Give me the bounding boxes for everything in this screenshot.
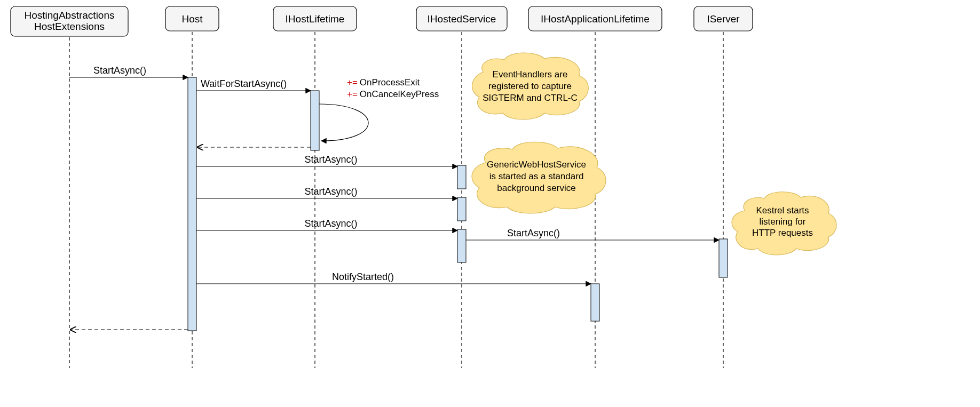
activation-iserver xyxy=(719,239,728,277)
message-label: NotifyStarted() xyxy=(332,272,394,282)
activation-ihostapplicationlifetime xyxy=(591,284,599,321)
svg-text:background service: background service xyxy=(497,183,575,193)
event-prefix: +=OnCancelKeyPress xyxy=(347,89,439,99)
participant-label: IServer xyxy=(707,13,740,25)
participant-label: Host xyxy=(181,13,203,25)
svg-text:HTTP requests: HTTP requests xyxy=(752,228,813,238)
note-genericwebhost: GenericWebHostService is started as a st… xyxy=(472,142,606,213)
activation-ihostlifetime xyxy=(311,91,319,150)
participant-label: IHostedService xyxy=(428,13,496,25)
note-kestrel: Kestrel starts listening for HTTP reques… xyxy=(732,192,836,255)
participant-label: IHostApplicationLifetime xyxy=(541,13,650,25)
activation-ihostedservice-2 xyxy=(457,197,466,221)
note-eventhandlers: EventHandlers are registered to capture … xyxy=(472,53,588,119)
svg-text:listening for: listening for xyxy=(760,217,806,227)
svg-text:Kestrel starts: Kestrel starts xyxy=(756,205,809,216)
message-label: StartAsync() xyxy=(304,186,357,197)
activation-ihostedservice-3 xyxy=(457,229,466,262)
svg-text:SIGTERM and CTRL-C: SIGTERM and CTRL-C xyxy=(483,93,578,103)
message-label: StartAsync() xyxy=(304,218,357,229)
message-label: StartAsync() xyxy=(93,65,146,76)
svg-text:GenericWebHostService: GenericWebHostService xyxy=(487,159,586,170)
svg-text:registered to capture: registered to capture xyxy=(488,81,572,91)
event-prefix: +=OnProcessExit xyxy=(347,77,420,87)
message-label: StartAsync() xyxy=(507,228,560,238)
svg-text:EventHandlers are: EventHandlers are xyxy=(493,69,568,79)
participant-label: IHostLifetime xyxy=(286,13,345,25)
sequence-diagram: HostingAbstractions HostExtensions Host … xyxy=(0,0,980,407)
activation-ihostedservice-1 xyxy=(457,165,466,189)
participant-label: HostExtensions xyxy=(34,21,105,32)
activation-host xyxy=(188,77,196,331)
self-message-eventhandlers xyxy=(319,104,368,141)
svg-text:is started as a standard: is started as a standard xyxy=(489,171,584,181)
participant-label: HostingAbstractions xyxy=(25,10,115,21)
message-label: StartAsync() xyxy=(304,154,357,165)
message-label: WaitForStartAsync() xyxy=(201,78,287,89)
